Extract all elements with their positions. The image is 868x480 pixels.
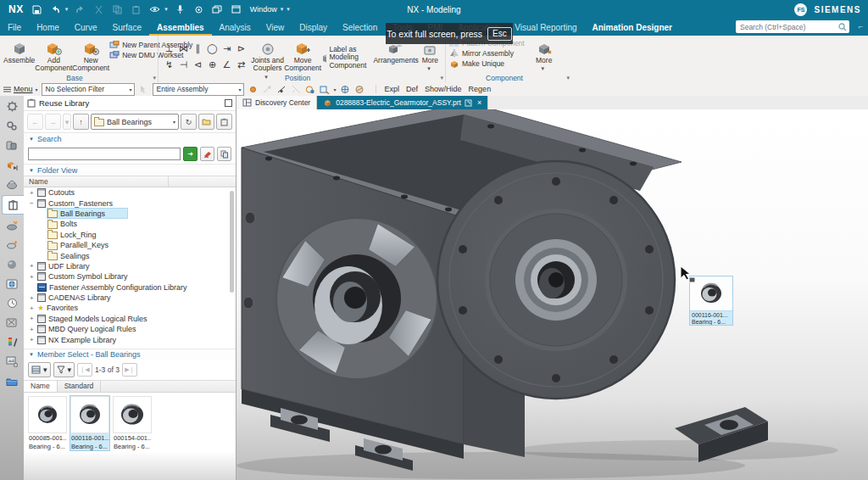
open-library-button[interactable] xyxy=(198,114,214,130)
folder-view-name-header[interactable]: Name xyxy=(24,176,236,187)
wcs-icon[interactable] xyxy=(340,84,351,95)
tree-item-staged-models[interactable]: +Staged Models Logical Rules xyxy=(24,314,236,324)
tree-item-nx-example-library[interactable]: +NX Example Library xyxy=(24,334,236,344)
constraint-icon[interactable]: ⇥ xyxy=(220,41,234,57)
move-component-button[interactable]: Move Component xyxy=(284,37,321,73)
tree-item-custom-fasteners[interactable]: −Custom_Fasteners xyxy=(24,198,236,208)
snap-more-caret[interactable]: ▾ xyxy=(334,87,337,92)
tab-visual-reporting[interactable]: Visual Reporting xyxy=(507,19,584,36)
expander[interactable]: + xyxy=(30,315,37,322)
tab-file[interactable]: File xyxy=(0,19,29,36)
qat-customize-caret[interactable]: ▾ xyxy=(287,6,290,13)
tree-item-sealings[interactable]: Sealings xyxy=(24,250,236,260)
tab-surface[interactable]: Surface xyxy=(105,19,149,36)
assemble-button[interactable]: Assemble xyxy=(3,37,35,64)
datum-icon[interactable] xyxy=(354,84,365,95)
tab-analysis[interactable]: Analysis xyxy=(212,19,259,36)
search-history-icon[interactable]: ⌐ xyxy=(859,22,863,31)
constraint-icon[interactable]: ↯ xyxy=(162,57,176,73)
tree-item-bolts[interactable]: Bolts xyxy=(24,219,236,229)
assembly-navigator-icon[interactable] xyxy=(2,137,22,154)
constraint-icon[interactable]: ∥ xyxy=(191,41,205,57)
tab-display[interactable]: Display xyxy=(292,19,335,36)
tree-item-udf-library[interactable]: +UDF Library xyxy=(24,261,236,271)
folders-icon[interactable] xyxy=(2,372,22,390)
component-more-caret[interactable]: ▾ xyxy=(541,65,544,72)
history-clock-icon[interactable] xyxy=(2,294,22,312)
selection-filter-dropdown[interactable]: No Selection Filter ▾ xyxy=(42,83,135,96)
expander[interactable]: + xyxy=(30,326,37,333)
tab-assemblies[interactable]: Assemblies xyxy=(149,19,212,36)
snap-quadrant-icon[interactable] xyxy=(320,84,331,95)
constraint-icon[interactable]: ⇄ xyxy=(234,57,248,73)
clear-search-button[interactable] xyxy=(200,147,214,161)
tab-view[interactable]: View xyxy=(259,19,292,36)
reuse-library-icon[interactable] xyxy=(2,195,24,215)
command-search[interactable] xyxy=(736,20,849,33)
component-more-button[interactable]: More ▾ xyxy=(530,37,559,72)
regen-command[interactable]: Regen xyxy=(469,85,492,93)
menu-button[interactable]: Menu ▾ xyxy=(3,85,38,93)
undo-icon[interactable] xyxy=(49,3,62,16)
constraint-icon[interactable]: ⊕ xyxy=(205,57,220,73)
cascade-windows-icon[interactable] xyxy=(211,3,224,16)
window-menu[interactable]: Window xyxy=(250,5,277,14)
member-tab-standard[interactable]: Standard xyxy=(58,381,102,392)
label-as-modeling-component-button[interactable]: Label as Modeling Component xyxy=(321,37,373,70)
constraint-navigator-icon[interactable] xyxy=(2,156,22,174)
current-folder-dropdown[interactable]: Ball Bearings ▾ xyxy=(91,114,179,130)
undock-tab-icon[interactable] xyxy=(465,99,472,107)
make-unique-button[interactable]: Make Unique xyxy=(449,59,525,68)
member-card-000116[interactable]: 000116-001... Bearing - 6... xyxy=(70,395,110,451)
view-mode-dropdown[interactable]: ▾ xyxy=(28,362,51,377)
touch-mode-icon[interactable] xyxy=(192,3,205,16)
part-document-tab[interactable]: 0288883-Electric_Gearmotor_ASSY.prt × xyxy=(317,96,488,109)
def-command[interactable]: Def xyxy=(406,85,418,93)
forward-button[interactable]: → xyxy=(45,114,61,130)
snap-point-icon[interactable] xyxy=(248,84,259,95)
selection-scope-dropdown[interactable]: Entire Assembly ▾ xyxy=(153,83,244,96)
expander[interactable]: + xyxy=(30,262,37,270)
filter-dropdown[interactable]: ▾ xyxy=(53,362,75,377)
constraint-icon[interactable]: ∠ xyxy=(220,57,234,73)
up-one-level-button[interactable]: ↑ xyxy=(73,114,89,130)
hd3d-tools-icon[interactable] xyxy=(2,216,22,234)
tree-item-mbd-query[interactable]: +MBD Query Logical Rules xyxy=(24,324,236,334)
tab-home[interactable]: Home xyxy=(29,19,67,36)
undock-panel-icon[interactable] xyxy=(225,99,232,107)
command-search-input[interactable] xyxy=(738,22,837,32)
library-search-input[interactable] xyxy=(28,148,181,160)
position-group-launcher-caret[interactable]: ▾ xyxy=(440,75,443,81)
constraint-icon[interactable]: ⊲ xyxy=(191,57,205,73)
tree-item-fastener-assembly-config[interactable]: Fastener Assembly Configuration Library xyxy=(24,282,236,293)
tree-item-custom-symbol-library[interactable]: +Custom Symbol Library xyxy=(24,271,236,282)
expander[interactable]: + xyxy=(30,273,37,281)
member-card-000085[interactable]: 000085-001... Bearing - 6... xyxy=(27,395,68,451)
constraint-icon[interactable]: ◯ xyxy=(205,41,220,57)
system-scene-icon[interactable] xyxy=(2,353,22,371)
expander[interactable]: + xyxy=(30,336,37,343)
expander[interactable]: + xyxy=(30,304,37,312)
save-icon[interactable] xyxy=(31,3,43,16)
roles-palette-icon[interactable] xyxy=(2,333,22,351)
constraint-icon[interactable]: ⊥ xyxy=(162,41,176,57)
tree-item-ball-bearings[interactable]: Ball Bearings xyxy=(24,209,236,219)
snap-arc-center-icon[interactable] xyxy=(305,84,316,95)
expander[interactable]: + xyxy=(30,189,37,197)
folder-view-section-header[interactable]: ▼ Folder View xyxy=(24,164,236,176)
back-button[interactable]: ← xyxy=(27,114,43,130)
tree-item-cutouts[interactable]: +Cutouts xyxy=(24,187,236,198)
eye-menu-caret[interactable]: ▾ xyxy=(164,6,168,13)
position-more-caret[interactable]: ▾ xyxy=(427,65,431,72)
check-mate-icon[interactable] xyxy=(2,236,22,254)
user-avatar[interactable]: FS xyxy=(794,3,807,16)
discovery-center-tab[interactable]: Discovery Center xyxy=(236,96,317,109)
tree-item-lock-ring[interactable]: Lock_Ring xyxy=(24,230,236,240)
copy-search-button[interactable] xyxy=(217,147,231,161)
gearmotor-housing-model[interactable] xyxy=(236,109,868,480)
constraint-icon[interactable]: ⊳ xyxy=(234,41,248,57)
window-menu-caret[interactable]: ▾ xyxy=(281,6,284,13)
tree-item-favorites[interactable]: +★Favorites xyxy=(24,303,236,313)
microphone-icon[interactable] xyxy=(174,3,186,16)
model-canvas[interactable]: 000116-001... Bearing - 6... xyxy=(236,109,868,480)
